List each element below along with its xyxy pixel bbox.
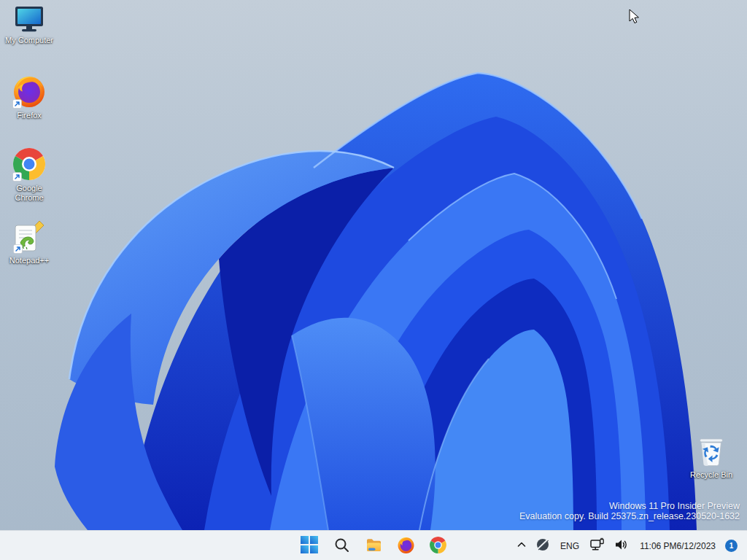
- ethernet-monitor-icon: [589, 537, 605, 556]
- search-button[interactable]: [327, 532, 356, 560]
- taskbar-center-buttons: [295, 531, 452, 560]
- desktop-icon-label: Google Chrome: [4, 184, 55, 203]
- desktop-icon-label: Recycle Bin: [690, 470, 732, 480]
- desktop-icon-label: Notepad++: [9, 256, 49, 265]
- tray-clock-button[interactable]: 11:06 PM 6/12/2023: [637, 533, 719, 559]
- windows-logo-icon: [301, 536, 318, 556]
- desktop-background[interactable]: My Computer: [0, 0, 747, 560]
- desktop-icon-google-chrome[interactable]: Google Chrome: [1, 147, 57, 203]
- tray-volume-button[interactable]: [609, 533, 632, 559]
- desktop-icon-label: Firefox: [17, 111, 42, 120]
- clock-date: 6/12/2023: [677, 541, 716, 551]
- shortcut-arrow-icon: [12, 98, 22, 108]
- firefox-icon: [12, 74, 47, 109]
- chrome-icon: [12, 147, 47, 182]
- chrome-taskbar-button[interactable]: [423, 532, 452, 560]
- shortcut-arrow-icon: [13, 244, 23, 253]
- mouse-cursor: [629, 9, 640, 25]
- watermark-line2: Evaluation copy. Build 25375.zn_release.…: [519, 511, 740, 521]
- evaluation-watermark: Windows 11 Pro Insider Preview Evaluatio…: [519, 501, 740, 521]
- clock-time: 11:06 PM: [640, 541, 676, 551]
- tray-network-button[interactable]: [586, 533, 609, 559]
- system-tray: ENG: [511, 531, 747, 560]
- notification-badge[interactable]: 1: [725, 540, 738, 552]
- chevron-up-icon: [515, 538, 528, 554]
- start-button[interactable]: [295, 532, 324, 560]
- globe-slash-icon: [535, 537, 550, 555]
- shortcut-arrow-icon: [12, 171, 22, 181]
- monitor-icon: [13, 6, 45, 34]
- desktop-icon-notepadpp[interactable]: Notepad++: [1, 219, 57, 265]
- search-icon: [333, 537, 350, 556]
- tray-no-internet-button[interactable]: [532, 533, 554, 559]
- chrome-icon: [429, 536, 447, 556]
- tray-overflow-button[interactable]: [511, 533, 532, 559]
- desktop-icon-firefox[interactable]: Firefox: [1, 74, 57, 120]
- language-label: ENG: [560, 541, 579, 551]
- recycle-bin-icon: [695, 432, 727, 468]
- desktop-icon-my-computer[interactable]: My Computer: [1, 6, 57, 45]
- firefox-taskbar-button[interactable]: [391, 532, 420, 560]
- tray-language-button[interactable]: ENG: [554, 533, 586, 559]
- folder-icon: [365, 536, 383, 556]
- notepadpp-icon: [12, 219, 46, 254]
- windows-bloom-wallpaper: [0, 0, 747, 530]
- taskbar: ENG: [0, 530, 747, 560]
- firefox-icon: [397, 536, 415, 556]
- file-explorer-button[interactable]: [359, 532, 388, 560]
- speaker-icon: [613, 537, 629, 556]
- watermark-line1: Windows 11 Pro Insider Preview: [519, 501, 740, 511]
- desktop-icon-recycle-bin[interactable]: Recycle Bin: [684, 432, 739, 480]
- desktop-icon-label: My Computer: [5, 36, 53, 45]
